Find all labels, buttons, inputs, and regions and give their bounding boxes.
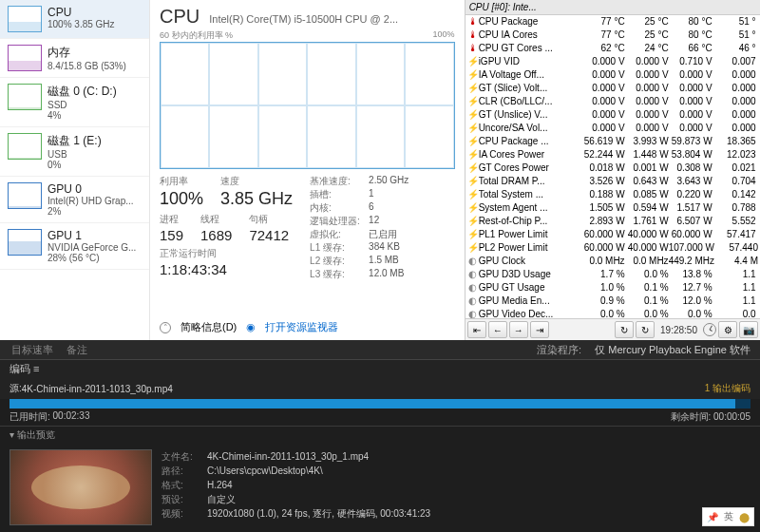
hwinfo-row[interactable]: ⚡PL2 Power Limit60.000 W40.000 W107.000 … — [466, 241, 760, 255]
hwinfo-header[interactable]: CPU [#0]: Inte... — [466, 0, 760, 15]
hwinfo-row[interactable]: 🌡CPU Package77 °C25 °C80 °C51 ° — [466, 15, 760, 28]
cpu-detail-panel: CPUIntel(R) Core(TM) i5-10500H CPU @ 2..… — [150, 0, 465, 340]
hwinfo-row[interactable]: 🌡CPU IA Cores77 °C25 °C80 °C51 ° — [466, 28, 760, 42]
sidebar-item-gpu0[interactable]: GPU 0Intel(R) UHD Grap...2% — [0, 177, 149, 223]
disk0-mini-graph — [8, 84, 42, 110]
tab-notes[interactable]: 备注 — [66, 340, 87, 359]
source-filename: 4K-Chimei-inn-2011-1013_30p.mp4 — [22, 384, 173, 394]
task-manager-panel: CPU100% 3.85 GHz 内存8.4/15.8 GB (53%) 磁盘 … — [0, 0, 466, 340]
uptime: 1:18:43:34 — [160, 261, 293, 277]
hwinfo-row[interactable]: ⚡System Agent ...1.505 W0.594 W1.517 W0.… — [466, 201, 760, 215]
clock-icon[interactable] — [703, 323, 716, 336]
hwinfo-row[interactable]: ⚡GT (Slice) Volt...0.000 V0.000 V0.000 V… — [466, 82, 760, 95]
hwinfo-row[interactable]: ◐GPU Clock0.0 MHz0.0 MHz449.2 MHz4.4 M — [466, 255, 760, 268]
hwinfo-panel: CPU [#0]: Inte... 🌡CPU Package77 °C25 °C… — [466, 0, 760, 340]
settings-button[interactable]: ⚙ — [718, 321, 737, 338]
nav-prev-button[interactable]: ← — [488, 321, 507, 338]
gpu1-mini-graph — [8, 229, 42, 256]
remaining-time: 00:00:05 — [713, 411, 750, 422]
ime-indicator[interactable]: 📌 英 ⬤ — [702, 507, 754, 526]
pin-icon[interactable]: 📌 — [707, 512, 718, 522]
sidebar-item-disk0[interactable]: 磁盘 0 (C: D:)SSD4% — [0, 78, 149, 127]
hwinfo-row[interactable]: ◐GPU GT Usage1.0 %0.1 %12.7 %1.1 — [466, 281, 760, 294]
screenshot-button[interactable]: 📷 — [739, 321, 758, 338]
thread-count: 1689 — [200, 227, 232, 243]
tab-bitrate[interactable]: 目标速率 — [11, 340, 53, 359]
ime-mode-icon[interactable]: ⬤ — [739, 512, 750, 522]
hwinfo-row[interactable]: ◐GPU D3D Usage1.7 %0.0 %13.8 %1.1 — [466, 268, 760, 281]
cpu-specs: 基准速度:2.50 GHz插槽:1内核:6逻辑处理器:12虚拟化:已启用L1 缓… — [310, 175, 408, 281]
cpu-heading: CPU — [160, 6, 200, 28]
hwinfo-row[interactable]: ⚡GT (Unslice) V...0.000 V0.000 V0.000 V0… — [466, 108, 760, 122]
hwinfo-row[interactable]: ⚡PL1 Power Limit60.000 W40.000 W60.000 W… — [466, 228, 760, 241]
hwinfo-row[interactable]: ⚡IA Voltage Off...0.000 V0.000 V0.000 V0… — [466, 68, 760, 82]
hwinfo-row[interactable]: ⚡CLR (CBo/LLC/...0.000 V0.000 V0.000 V0.… — [466, 95, 760, 108]
nav-first-button[interactable]: ⇤ — [467, 321, 486, 338]
hwinfo-row[interactable]: ⚡Uncore/SA Vol...0.000 V0.000 V0.000 V0.… — [466, 122, 760, 135]
ime-lang[interactable]: 英 — [724, 510, 733, 523]
nav-next-button[interactable]: → — [509, 321, 528, 338]
encoding-section[interactable]: 编码 ≡ — [10, 362, 39, 376]
cpu-utilization-graph[interactable] — [160, 42, 455, 169]
hwinfo-row[interactable]: ⚡CPU Package ...56.619 W3.993 W59.873 W1… — [466, 135, 760, 148]
disk1-mini-graph — [8, 133, 42, 160]
hwinfo-row[interactable]: ⚡Total System ...0.188 W0.085 W0.220 W0.… — [466, 188, 760, 201]
refresh-button[interactable]: ↻ — [615, 321, 634, 338]
hwinfo-row[interactable]: ⚡Total DRAM P...3.526 W0.643 W3.643 W0.7… — [466, 175, 760, 188]
handle-count: 72412 — [249, 227, 289, 243]
hwinfo-row[interactable]: ⚡GT Cores Power0.018 W0.001 W0.308 W0.02… — [466, 162, 760, 175]
hwinfo-toolbar: ⇤ ← → ⇥ ↻ ↻ 19:28:50 ⚙ 📷 — [466, 318, 760, 340]
hwinfo-row[interactable]: 🌡CPU GT Cores ...62 °C24 °C66 °C46 ° — [466, 42, 760, 55]
hwinfo-row[interactable]: ⚡iGPU VID0.000 V0.000 V0.710 V0.007 — [466, 55, 760, 68]
chevron-up-icon[interactable]: ˄ — [160, 322, 171, 333]
output-count: 1 输出编码 — [705, 382, 750, 395]
memory-mini-graph — [8, 45, 42, 71]
activity-icon: ◉ — [246, 321, 256, 333]
brief-info-link[interactable]: 简略信息(D) — [180, 320, 237, 334]
cpu-speed: 3.85 GHz — [220, 189, 293, 209]
cpu-utilization: 100% — [160, 189, 203, 209]
hwinfo-timestamp: 19:28:50 — [656, 325, 701, 335]
sidebar-item-cpu[interactable]: CPU100% 3.85 GHz — [0, 0, 149, 39]
sidebar-item-gpu1[interactable]: GPU 1NVIDIA GeForce G...28% (56 °C) — [0, 223, 149, 270]
cpu-mini-graph — [8, 6, 42, 32]
cpu-model: Intel(R) Core(TM) i5-10500H CPU @ 2... — [209, 13, 398, 25]
resource-sidebar: CPU100% 3.85 GHz 内存8.4/15.8 GB (53%) 磁盘 … — [0, 0, 150, 340]
output-metadata: 文件名:4K-Chimei-inn-2011-1013_30p_1.mp4路径:… — [162, 449, 430, 526]
hwinfo-row[interactable]: ⚡Rest-of-Chip P...2.893 W1.761 W6.507 W5… — [466, 215, 760, 228]
gpu0-mini-graph — [8, 182, 42, 209]
process-count: 159 — [160, 227, 183, 243]
hwinfo-row[interactable]: ◐GPU Media En...0.9 %0.1 %12.0 %1.1 — [466, 294, 760, 308]
sidebar-item-memory[interactable]: 内存8.4/15.8 GB (53%) — [0, 39, 149, 78]
refresh-all-button[interactable]: ↻ — [636, 321, 655, 338]
hwinfo-row[interactable]: ◐GPU Video Dec...0.0 %0.0 %0.0 %0.0 — [466, 308, 760, 318]
encode-progress[interactable] — [10, 399, 750, 408]
sidebar-item-disk1[interactable]: 磁盘 1 (E:)USB0% — [0, 127, 149, 177]
resource-monitor-link[interactable]: 打开资源监视器 — [265, 320, 338, 334]
output-preview-toggle[interactable]: ▾ 输出预览 — [0, 426, 760, 444]
hwinfo-rows[interactable]: 🌡CPU Package77 °C25 °C80 °C51 °🌡CPU IA C… — [466, 15, 760, 318]
output-thumbnail — [10, 449, 152, 525]
media-encoder-panel: 目标速率 备注 渲染程序: 仅 Mercury Playback Engine … — [0, 340, 760, 532]
renderer-value[interactable]: 仅 Mercury Playback Engine 软件 — [595, 340, 760, 359]
nav-last-button[interactable]: ⇥ — [530, 321, 549, 338]
sidebar-title: CPU — [48, 6, 142, 19]
elapsed-time: 00:02:33 — [53, 410, 90, 424]
hwinfo-row[interactable]: ⚡IA Cores Power52.244 W1.448 W53.804 W12… — [466, 148, 760, 162]
